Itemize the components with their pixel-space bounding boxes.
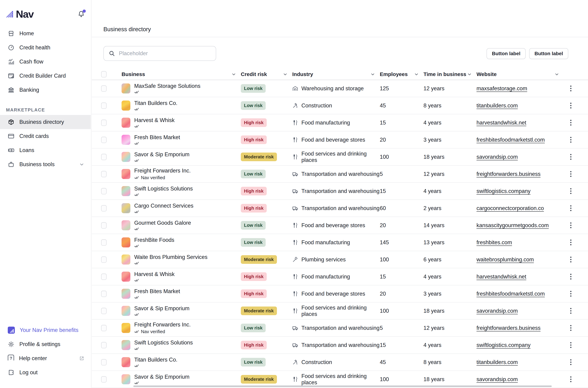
sidebar-item-credit-health[interactable]: Credit health xyxy=(0,41,91,55)
website-link[interactable]: swiftlogistics.company xyxy=(477,342,531,348)
row-menu-button[interactable] xyxy=(568,83,574,94)
row-menu-button[interactable] xyxy=(568,186,574,196)
table-row: Savor & Sip Emporium Moderate risk Food … xyxy=(92,302,588,319)
sidebar-item-help-center[interactable]: ? Help center xyxy=(0,351,91,365)
row-checkbox[interactable] xyxy=(101,308,107,314)
business-name[interactable]: Fresh Bites Market xyxy=(134,288,180,294)
column-header-employees[interactable]: Employees xyxy=(380,71,423,77)
row-menu-button[interactable] xyxy=(568,305,574,316)
nav-logo[interactable]: Nav xyxy=(6,8,33,20)
row-menu-button[interactable] xyxy=(568,100,574,111)
column-header-industry[interactable]: Industry xyxy=(292,71,380,77)
website-link[interactable]: titanbuilders.com xyxy=(477,102,518,109)
row-checkbox[interactable] xyxy=(101,342,107,348)
business-name[interactable]: Savor & Sip Emporium xyxy=(134,374,190,380)
sidebar-item-profile-settings[interactable]: Profile & settings xyxy=(0,337,91,351)
row-menu-button[interactable] xyxy=(568,237,574,248)
row-menu-button[interactable] xyxy=(568,374,574,385)
business-name[interactable]: Savor & Sip Emporium xyxy=(134,305,190,312)
row-checkbox[interactable] xyxy=(101,205,107,212)
website-link[interactable]: savorandsip.com xyxy=(477,154,518,160)
business-name[interactable]: Fresh Bites Market xyxy=(134,134,180,141)
business-name[interactable]: Harvest & Whisk xyxy=(134,117,174,123)
business-name[interactable]: Gourmet Goods Galore xyxy=(134,220,191,226)
website-link[interactable]: freshbitesfoodmarketstl.com xyxy=(477,291,545,297)
horizontal-scrollbar[interactable] xyxy=(133,386,552,387)
website-link[interactable]: savorandsip.com xyxy=(477,308,518,314)
row-menu-button[interactable] xyxy=(568,357,574,367)
website-link[interactable]: harvestandwhisk.net xyxy=(477,273,526,280)
row-menu-button[interactable] xyxy=(568,169,574,179)
row-checkbox[interactable] xyxy=(101,154,107,160)
sidebar-item-log-out[interactable]: Log out xyxy=(0,365,91,380)
business-name[interactable]: Titan Builders Co. xyxy=(134,100,177,106)
website-link[interactable]: freightforwarders.business xyxy=(477,171,541,177)
website-link[interactable]: freshbites.com xyxy=(477,239,512,246)
business-name[interactable]: Freight Forwarders Inc. xyxy=(134,168,191,174)
website-link[interactable]: swiftlogistics.company xyxy=(477,188,531,194)
column-header-business[interactable]: Business xyxy=(122,71,241,77)
row-checkbox[interactable] xyxy=(101,85,107,92)
website-link[interactable]: savorandsip.com xyxy=(477,376,518,383)
row-checkbox[interactable] xyxy=(101,376,107,383)
business-name[interactable]: FreshBite Foods xyxy=(134,237,174,243)
business-name[interactable]: Waite Bros Plumbing Services xyxy=(134,254,208,260)
row-menu-button[interactable] xyxy=(568,254,574,265)
sidebar-item-loans[interactable]: Loans xyxy=(0,143,91,157)
business-name[interactable]: MaxSafe Storage Solutions xyxy=(134,83,200,89)
website-link[interactable]: harvestandwhisk.net xyxy=(477,120,526,126)
website-link[interactable]: waitebrosplumbing.com xyxy=(477,256,534,263)
row-menu-button[interactable] xyxy=(568,151,574,162)
row-menu-button[interactable] xyxy=(568,288,574,299)
sidebar-item-business-tools[interactable]: Business tools xyxy=(0,157,91,171)
website-link[interactable]: cargoconnectcorporation.co xyxy=(477,205,544,212)
row-menu-button[interactable] xyxy=(568,220,574,231)
sidebar-item-business-directory[interactable]: Business directory xyxy=(0,115,91,129)
sidebar-item-cash-flow[interactable]: Cash flow xyxy=(0,55,91,69)
business-name[interactable]: Titan Builders Co. xyxy=(134,357,177,363)
row-checkbox[interactable] xyxy=(101,137,107,143)
business-name[interactable]: Swift Logistics Solutions xyxy=(134,186,193,192)
website-link[interactable]: maxsafestorage.com xyxy=(477,85,527,92)
sidebar-item-home[interactable]: Home xyxy=(0,26,91,41)
search-input[interactable] xyxy=(119,50,211,57)
row-menu-button[interactable] xyxy=(568,271,574,282)
sidebar-item-your-nav-prime-benefits[interactable]: Your Nav Prime benefits xyxy=(0,323,91,337)
website-link[interactable]: titanbuilders.com xyxy=(477,359,518,365)
row-menu-button[interactable] xyxy=(568,203,574,214)
sidebar-item-credit-cards[interactable]: Credit cards xyxy=(0,129,91,143)
row-menu-button[interactable] xyxy=(568,117,574,128)
business-name[interactable]: Savor & Sip Emporium xyxy=(134,151,190,158)
row-checkbox[interactable] xyxy=(101,171,107,177)
notifications-button[interactable] xyxy=(76,9,86,19)
row-menu-button[interactable] xyxy=(568,340,574,350)
column-header-time-in-business[interactable]: Time in business xyxy=(423,71,477,77)
select-all-checkbox[interactable] xyxy=(101,71,107,77)
row-menu-button[interactable] xyxy=(568,323,574,333)
row-checkbox[interactable] xyxy=(101,188,107,194)
website-link[interactable]: freightforwarders.business xyxy=(477,325,541,331)
website-link[interactable]: kansascitygourmetgoods.com xyxy=(477,222,549,229)
row-checkbox[interactable] xyxy=(101,325,107,331)
row-menu-button[interactable] xyxy=(568,134,574,145)
sidebar-item-credit-builder-card[interactable]: Credit Builder Card xyxy=(0,69,91,83)
toolbar-button-2[interactable]: Button label xyxy=(529,48,568,59)
row-checkbox[interactable] xyxy=(101,273,107,280)
toolbar-button-1[interactable]: Button label xyxy=(486,48,526,59)
row-checkbox[interactable] xyxy=(101,222,107,229)
business-name[interactable]: Cargo Connect Services xyxy=(134,203,194,209)
row-checkbox[interactable] xyxy=(101,291,107,297)
row-checkbox[interactable] xyxy=(101,256,107,263)
column-header-website[interactable]: Website xyxy=(477,71,564,77)
row-checkbox[interactable] xyxy=(101,120,107,126)
row-checkbox[interactable] xyxy=(101,359,107,365)
employees-value: 100 xyxy=(380,256,423,263)
column-header-credit-risk[interactable]: Credit risk xyxy=(241,71,292,77)
row-checkbox[interactable] xyxy=(101,102,107,109)
row-checkbox[interactable] xyxy=(101,239,107,246)
sidebar-item-banking[interactable]: Banking xyxy=(0,83,91,97)
business-name[interactable]: Freight Forwarders Inc. xyxy=(134,321,191,328)
business-name[interactable]: Harvest & Whisk xyxy=(134,271,174,277)
business-name[interactable]: Swift Logistics Solutions xyxy=(134,340,193,346)
website-link[interactable]: freshbitesfoodmarketstl.com xyxy=(477,137,545,143)
